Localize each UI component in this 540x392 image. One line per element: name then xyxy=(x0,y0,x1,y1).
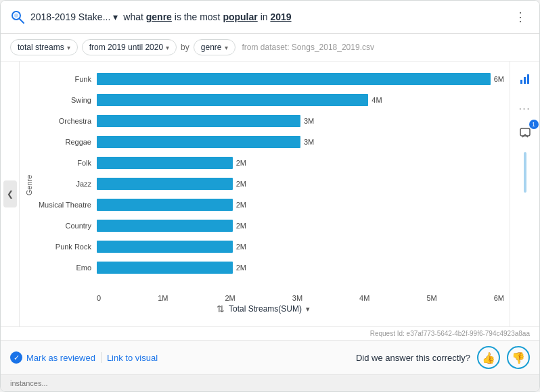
svg-line-1 xyxy=(20,19,24,23)
footer-right: Did we answer this correctly? 👍 👎 xyxy=(356,346,530,369)
chart-sort-row: ⇅ Total Streams(SUM) ▾ xyxy=(22,303,504,314)
genre-filter[interactable]: genre ▾ xyxy=(194,39,235,55)
bottom-strip: instances... xyxy=(1,374,539,391)
svg-rect-3 xyxy=(520,80,522,84)
svg-rect-4 xyxy=(524,77,526,84)
bar-value-label: 3M xyxy=(304,117,314,125)
bar[interactable] xyxy=(97,220,233,232)
chart-view-icon[interactable] xyxy=(514,68,536,90)
filter-bar: total streams ▾ from 2019 until 2020 ▾ b… xyxy=(1,34,539,62)
bar-row: Reggae3M xyxy=(36,131,504,152)
header: 2018-2019 Stake... ▾ what genre is the m… xyxy=(1,1,539,34)
more-sidebar-icon[interactable]: ... xyxy=(514,95,536,117)
footer-left: ✓ Mark as reviewed Link to visual xyxy=(10,351,158,364)
notification-badge-count: 1 xyxy=(529,120,539,129)
comment-icon[interactable]: 1 xyxy=(514,122,536,144)
sort-icon: ⇅ xyxy=(217,303,225,314)
bar[interactable] xyxy=(97,94,368,106)
x-axis-label: 4M xyxy=(359,294,369,302)
search-icon xyxy=(10,9,25,24)
y-axis-bar-label: Jazz xyxy=(36,180,97,188)
bar-row: Folk2M xyxy=(36,152,504,173)
bar[interactable] xyxy=(97,262,233,274)
bar[interactable] xyxy=(97,157,233,169)
bar-value-label: 2M xyxy=(236,180,246,188)
bar-row: Jazz2M xyxy=(36,173,504,194)
bar-value-label: 2M xyxy=(236,264,246,272)
bar-value-label: 2M xyxy=(236,243,246,251)
bar-value-label: 2M xyxy=(236,222,246,230)
right-sidebar: ... 1 xyxy=(510,62,539,326)
total-streams-filter[interactable]: total streams ▾ xyxy=(10,39,78,55)
sort-dropdown-arrow[interactable]: ▾ xyxy=(306,305,310,314)
collapse-button[interactable]: ❮ xyxy=(3,180,17,207)
y-axis-bar-label: Reggae xyxy=(36,138,97,146)
svg-rect-5 xyxy=(527,74,529,84)
x-axis-label: 2M xyxy=(225,294,235,302)
thumbs-up-button[interactable]: 👍 xyxy=(477,346,500,369)
y-axis-bar-label: Musical Theatre xyxy=(36,201,97,209)
y-axis-bar-label: Funk xyxy=(36,75,97,83)
thumbs-down-button[interactable]: 👎 xyxy=(507,346,530,369)
footer: ✓ Mark as reviewed Link to visual Did we… xyxy=(1,340,539,374)
sidebar-highlight xyxy=(524,152,526,193)
bar-value-label: 2M xyxy=(236,201,246,209)
bar-row: Funk6M xyxy=(36,68,504,89)
bar[interactable] xyxy=(97,178,233,190)
title-dropdown-arrow: ▾ xyxy=(113,11,118,22)
bar-value-label: 3M xyxy=(304,138,314,146)
bottom-area: Request Id: e37af773-5642-4b2f-99f6-794c… xyxy=(1,326,539,374)
y-axis-label: Genre xyxy=(25,175,33,196)
header-question: what genre is the most popular in 2019 xyxy=(123,11,505,22)
bar-value-label: 6M xyxy=(494,75,504,83)
main-container: 2018-2019 Stake... ▾ what genre is the m… xyxy=(0,0,540,392)
main-content: ❮ Genre Funk6MSwing4MOrchestra3MReggae3M… xyxy=(1,62,539,326)
bar-value-label: 4M xyxy=(372,96,382,104)
bar-value-label: 2M xyxy=(236,159,246,167)
footer-divider xyxy=(101,352,102,363)
check-icon: ✓ xyxy=(10,351,22,364)
svg-point-2 xyxy=(14,14,18,18)
link-to-visual-button[interactable]: Link to visual xyxy=(107,353,158,363)
y-axis-bar-label: Orchestra xyxy=(36,117,97,125)
bar-row: Swing4M xyxy=(36,89,504,110)
mark-reviewed-button[interactable]: ✓ Mark as reviewed xyxy=(10,351,95,364)
x-axis-label: 6M xyxy=(494,294,504,302)
bar-row: Musical Theatre2M xyxy=(36,194,504,215)
y-axis-bar-label: Swing xyxy=(36,96,97,104)
date-range-filter[interactable]: from 2019 until 2020 ▾ xyxy=(82,39,177,55)
genre-dropdown-arrow: ▾ xyxy=(225,44,228,51)
chart-area: Genre Funk6MSwing4MOrchestra3MReggae3MFo… xyxy=(20,62,510,326)
x-axis-label: 0 xyxy=(97,294,101,302)
dataset-info: from dataset: Songs_2018_2019.csv xyxy=(242,43,374,52)
by-label: by xyxy=(181,43,189,52)
x-axis-label: 1M xyxy=(158,294,168,302)
bar-row: Emo2M xyxy=(36,257,504,278)
y-axis-bar-label: Country xyxy=(36,222,97,230)
feedback-question: Did we answer this correctly? xyxy=(356,353,470,363)
bar-row: Country2M xyxy=(36,215,504,236)
x-axis-label: 3M xyxy=(292,294,302,302)
more-options-button[interactable]: ⋮ xyxy=(511,7,530,26)
bar[interactable] xyxy=(97,136,300,148)
total-streams-dropdown-arrow: ▾ xyxy=(67,44,70,51)
y-axis-bar-label: Emo xyxy=(36,264,97,272)
left-sidebar: ❮ xyxy=(1,62,20,326)
y-axis-bar-label: Folk xyxy=(36,159,97,167)
header-title[interactable]: 2018-2019 Stake... ▾ xyxy=(30,11,118,22)
y-axis-bar-label: Punk Rock xyxy=(36,243,97,251)
bar[interactable] xyxy=(97,73,491,85)
x-axis-sort-label[interactable]: Total Streams(SUM) xyxy=(229,304,302,314)
bar-row: Orchestra3M xyxy=(36,110,504,131)
request-id: Request Id: e37af773-5642-4b2f-99f6-794c… xyxy=(1,327,539,340)
date-range-dropdown-arrow: ▾ xyxy=(166,44,169,51)
bar[interactable] xyxy=(97,199,233,211)
bar[interactable] xyxy=(97,241,233,253)
x-axis-label: 5M xyxy=(426,294,436,302)
bar-row: Punk Rock2M xyxy=(36,236,504,257)
bar[interactable] xyxy=(97,115,300,127)
